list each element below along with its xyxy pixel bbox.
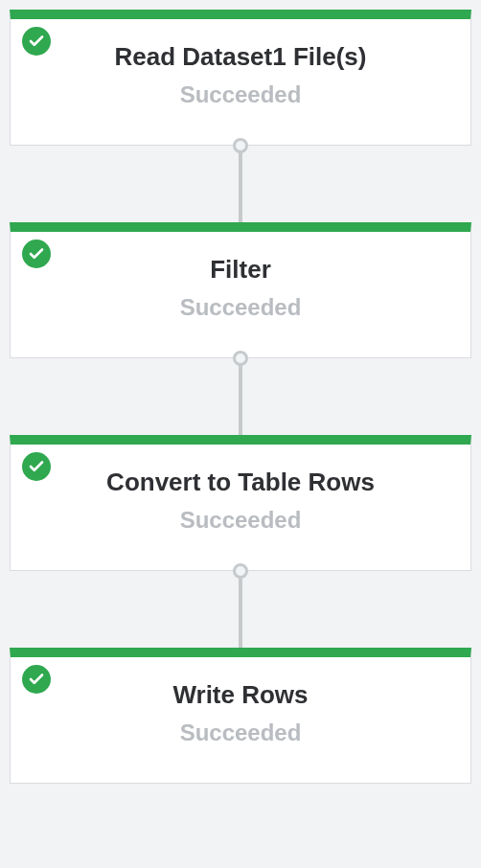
pipeline-flow: Read Dataset1 File(s) Succeeded Filter S… (10, 10, 471, 784)
connector-line (239, 577, 242, 648)
pipeline-node[interactable]: Write Rows Succeeded (10, 648, 471, 784)
node-title: Convert to Table Rows (106, 468, 375, 497)
connector-port-icon (233, 563, 248, 579)
node-status: Succeeded (180, 507, 302, 534)
status-check-icon (22, 27, 51, 56)
connector-port-icon (233, 138, 248, 153)
node-title: Read Dataset1 File(s) (115, 42, 367, 72)
status-check-icon (22, 665, 51, 694)
pipeline-node[interactable]: Filter Succeeded (10, 222, 471, 358)
node-status: Succeeded (180, 294, 302, 321)
connector-line (239, 151, 242, 222)
pipeline-node[interactable]: Read Dataset1 File(s) Succeeded (10, 10, 471, 146)
status-check-icon (22, 452, 51, 481)
flow-connector (10, 358, 471, 435)
flow-connector (10, 571, 471, 648)
connector-line (239, 364, 242, 435)
pipeline-node[interactable]: Convert to Table Rows Succeeded (10, 435, 471, 571)
status-check-icon (22, 240, 51, 268)
flow-connector (10, 146, 471, 222)
node-title: Write Rows (172, 680, 308, 710)
connector-port-icon (233, 351, 248, 366)
node-title: Filter (210, 255, 271, 285)
node-status: Succeeded (180, 720, 302, 746)
node-status: Succeeded (180, 81, 302, 108)
